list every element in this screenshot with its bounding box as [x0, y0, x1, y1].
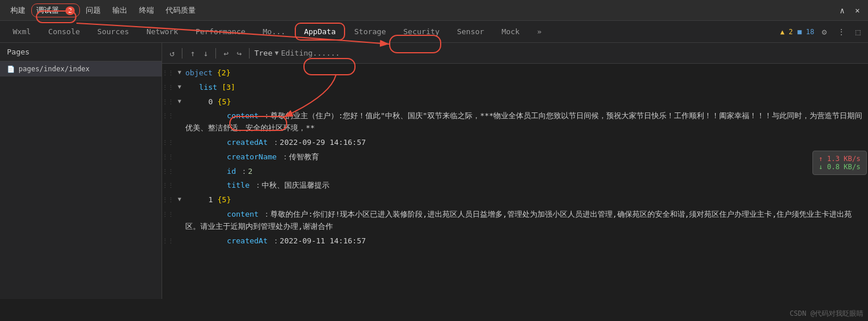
down-button[interactable]: ↓ — [200, 47, 211, 60]
bandwidth-tooltip: ↑ 1.3 KB/s ↓ 0.8 KB/s — [812, 151, 867, 175]
row-gutter[interactable]: ⋮⋮ — [162, 110, 174, 121]
settings-icon[interactable]: ⚙ — [819, 25, 829, 38]
row-content-id: id ：2 — [185, 165, 868, 178]
row-content-0: 0 {5} — [185, 96, 868, 109]
editing-label[interactable]: Editing... — [281, 49, 340, 57]
window-controls: ∧ × — [836, 5, 863, 16]
bandwidth-down: ↓ 0.8 KB/s — [819, 163, 860, 171]
tab-bar: Wxml Console Sources Network Performance… — [0, 21, 868, 43]
up-button[interactable]: ↑ — [187, 47, 197, 60]
tree-row: ⋮⋮ id ：2 — [162, 165, 868, 179]
file-icon: 📄 — [7, 65, 15, 73]
row-content-createdat1: createdAt ：2022-09-29 14:16:57 — [185, 136, 868, 149]
tab-storage[interactable]: Storage — [346, 24, 394, 39]
minimize-button[interactable]: ∧ — [836, 5, 848, 16]
menu-issues[interactable]: 问题 — [80, 3, 107, 18]
more-options-icon[interactable]: ⋮ — [834, 25, 848, 38]
row-gutter[interactable]: ⋮⋮ — [162, 165, 174, 176]
right-panel: ↺ ↑ ↓ ↩ ↪ Tree ▼ Editing... — [162, 43, 868, 299]
row-content-list: list [3] — [185, 81, 868, 94]
top-menubar: 构建 调试器 2 问题 输出 终端 代码质量 ∧ × — [0, 0, 868, 21]
menu-debugger[interactable]: 调试器 2 — [31, 3, 80, 17]
row-expand-id — [174, 165, 185, 166]
menu-output[interactable]: 输出 — [107, 3, 133, 18]
row-expand-content2 — [174, 208, 185, 209]
row-gutter[interactable]: ⋮⋮ — [162, 136, 174, 147]
tree-row: ⋮⋮ content ：尊敬的业主（住户）:您好！值此"中秋、国庆"双节来临之际… — [162, 109, 868, 136]
row-expand-object[interactable]: ▼ — [174, 67, 185, 77]
tree-row: ⋮⋮ ▼ list [3] — [162, 81, 868, 95]
row-content-title: title ：中秋、国庆温馨提示 — [185, 179, 868, 192]
tab-wxml[interactable]: Wxml — [5, 24, 39, 39]
sidebar-item-pages-index[interactable]: 📄 pages/index/index — [0, 61, 162, 76]
refresh-button[interactable]: ↺ — [167, 47, 177, 60]
tab-more[interactable]: » — [529, 24, 550, 39]
tree-label: Tree — [254, 49, 272, 57]
toolbar-divider-1 — [182, 48, 182, 59]
row-expand-creatorname — [174, 151, 185, 152]
tree-row: ⋮⋮ title ：中秋、国庆温馨提示 — [162, 178, 868, 193]
row-gutter[interactable]: ⋮⋮ — [162, 67, 174, 78]
row-expand-createdat2 — [174, 235, 185, 236]
row-content-createdat2: createdAt ：2022-09-11 14:16:57 — [185, 235, 868, 248]
sidebar-header: Pages — [0, 43, 162, 61]
tree-row: ⋮⋮ ▼ 0 {5} — [162, 95, 868, 110]
toolbar-divider-2 — [215, 48, 216, 59]
toolbar-divider-3 — [249, 48, 250, 59]
row-gutter[interactable]: ⋮⋮ — [162, 235, 174, 246]
tab-security[interactable]: Security — [395, 24, 448, 39]
toolbar: ↺ ↑ ↓ ↩ ↪ Tree ▼ Editing... — [162, 43, 868, 64]
tree-row: ⋮⋮ creatorName ：传智教育 — [162, 150, 868, 165]
tree-dropdown-icon[interactable]: ▼ — [275, 49, 279, 57]
main-section: Wxml Console Sources Network Performance… — [0, 21, 868, 299]
row-gutter[interactable]: ⋮⋮ — [162, 96, 174, 107]
row-content-content1: content ：尊敬的业主（住户）:您好！值此"中秋、国庆"双节来临之际，**… — [185, 110, 868, 135]
close-button[interactable]: × — [852, 5, 863, 16]
json-tree-area: ⋮⋮ ▼ object {2} ⋮⋮ ▼ — [162, 64, 868, 299]
bandwidth-up: ↑ 1.3 KB/s — [819, 155, 860, 163]
info-count: ■ 18 — [797, 28, 814, 36]
row-expand-list[interactable]: ▼ — [174, 81, 185, 92]
redo-button[interactable]: ↪ — [234, 47, 244, 60]
tree-row: ⋮⋮ content ：尊敬的住户:你们好!现本小区已进入装修阶段,进出苑区人员… — [162, 207, 868, 234]
row-expand-content1 — [174, 110, 185, 111]
row-content-content2: content ：尊敬的住户:你们好!现本小区已进入装修阶段,进出苑区人员日益增… — [185, 208, 868, 234]
menu-build[interactable]: 构建 — [5, 3, 31, 18]
row-expand-title — [174, 179, 185, 180]
row-gutter[interactable]: ⋮⋮ — [162, 81, 174, 92]
warning-count: ▲ 2 — [781, 28, 793, 36]
tab-network[interactable]: Network — [138, 24, 186, 39]
menu-codequality[interactable]: 代码质量 — [160, 3, 202, 18]
tab-appdata[interactable]: AppData — [295, 23, 345, 41]
watermark: CSDN @代码对我眨眼睛 — [790, 309, 863, 319]
debugger-badge: 2 — [65, 6, 75, 15]
row-expand-1[interactable]: ▼ — [174, 194, 185, 204]
tree-row: ⋮⋮ createdAt ：2022-09-29 14:16:57 — [162, 136, 868, 150]
row-content-creatorname: creatorName ：传智教育 — [185, 151, 868, 164]
tab-performance[interactable]: Performance — [188, 24, 254, 39]
row-gutter[interactable]: ⋮⋮ — [162, 179, 174, 190]
undo-button[interactable]: ↩ — [221, 47, 231, 60]
row-gutter[interactable]: ⋮⋮ — [162, 194, 174, 205]
row-expand-createdat1 — [174, 136, 185, 137]
tab-mock[interactable]: Mock — [493, 24, 528, 39]
tree-row: ⋮⋮ ▼ object {2} — [162, 66, 868, 81]
menu-terminal[interactable]: 终端 — [133, 3, 160, 18]
row-gutter[interactable]: ⋮⋮ — [162, 151, 174, 162]
tab-sources[interactable]: Sources — [89, 24, 137, 39]
tab-mo[interactable]: Mo... — [255, 24, 294, 39]
content-layout: Pages 📄 pages/index/index ↺ ↑ ↓ ↩ ↪ — [0, 43, 868, 299]
tab-sensor[interactable]: Sensor — [449, 24, 492, 39]
tree-row: ⋮⋮ createdAt ：2022-09-11 14:16:57 — [162, 234, 868, 249]
row-gutter[interactable]: ⋮⋮ — [162, 208, 174, 219]
page-wrapper: 构建 调试器 2 问题 输出 终端 代码质量 ∧ × Wxml Console … — [0, 0, 868, 321]
row-expand-0[interactable]: ▼ — [174, 96, 185, 106]
sidebar: Pages 📄 pages/index/index — [0, 43, 162, 299]
layout-icon[interactable]: ⬚ — [853, 25, 863, 38]
row-content-object: object {2} — [185, 67, 868, 80]
json-tree: ⋮⋮ ▼ object {2} ⋮⋮ ▼ — [162, 64, 868, 250]
tree-row: ⋮⋮ ▼ 1 {5} — [162, 193, 868, 207]
row-content-1: 1 {5} — [185, 194, 868, 207]
tab-console[interactable]: Console — [40, 24, 88, 39]
tab-bar-right: ▲ 2 ■ 18 ⚙ ⋮ ⬚ — [781, 25, 863, 38]
